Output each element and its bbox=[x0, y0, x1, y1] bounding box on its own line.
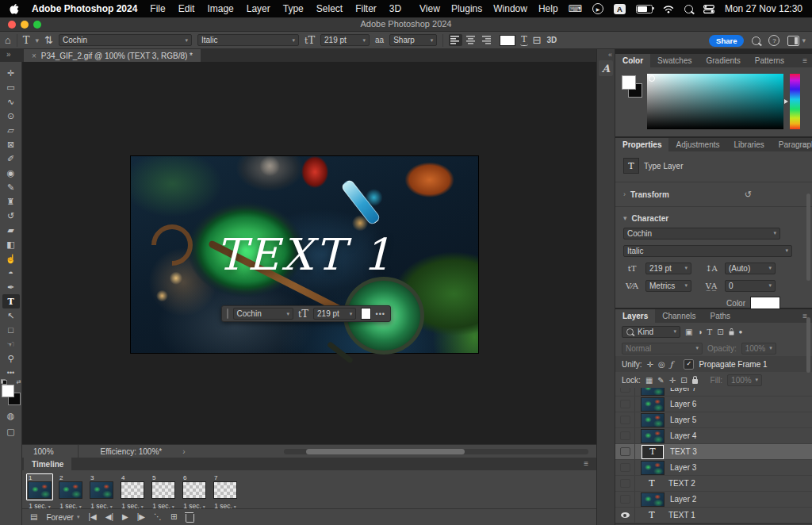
foreground-color-swatch[interactable] bbox=[2, 385, 14, 397]
timeline-tab[interactable]: Timeline bbox=[24, 458, 71, 470]
layer-row-layer-2[interactable]: Layer 2 bbox=[615, 492, 812, 508]
share-button[interactable]: Share bbox=[709, 35, 744, 47]
new-frame-button[interactable]: ⊞ bbox=[170, 513, 177, 521]
tool-crop[interactable]: ▱ bbox=[2, 123, 20, 137]
tool-clone-stamp[interactable]: ♜ bbox=[2, 194, 20, 209]
spotlight-icon[interactable] bbox=[684, 5, 693, 13]
menu-plugins[interactable]: Plugins bbox=[451, 3, 482, 14]
filter-toggle-icon[interactable]: ● bbox=[739, 328, 743, 335]
efficiency-indicator[interactable]: Efficiency: 100%* bbox=[101, 447, 163, 456]
eye-empty-box[interactable] bbox=[620, 400, 630, 408]
layers-tab-channels[interactable]: Channels bbox=[655, 309, 703, 323]
first-frame-button[interactable]: |◀ bbox=[88, 513, 96, 521]
filter-frame-icon[interactable]: ⊡ bbox=[717, 328, 723, 336]
battery-icon[interactable] bbox=[636, 5, 653, 13]
delete-frame-icon[interactable] bbox=[186, 514, 194, 523]
hue-slider-arrow[interactable] bbox=[784, 99, 788, 104]
context-font-family-select[interactable]: Cochin▾ bbox=[233, 308, 293, 320]
color-tab-patterns[interactable]: Patterns bbox=[748, 54, 791, 67]
type-tool-preset-icon[interactable]: T bbox=[23, 35, 30, 45]
char-font-family-select[interactable]: Cochin▾ bbox=[623, 228, 780, 240]
filter-adjustment-icon[interactable]: ◑ bbox=[697, 328, 702, 336]
visibility-cell[interactable] bbox=[615, 476, 635, 491]
properties-tab-adjustments[interactable]: Adjustments bbox=[668, 138, 726, 151]
visibility-cell[interactable] bbox=[615, 460, 635, 475]
eye-empty-box[interactable] bbox=[620, 463, 630, 472]
loop-select[interactable]: Forever▾ bbox=[46, 513, 79, 522]
leading-select[interactable]: (Auto)▾ bbox=[725, 262, 776, 274]
character-section[interactable]: ▾ Character bbox=[615, 212, 812, 224]
align-right-button[interactable] bbox=[481, 34, 494, 46]
panel-menu-icon[interactable]: ≡ bbox=[802, 56, 807, 65]
frame-2[interactable]: 21 sec.▾ bbox=[56, 473, 85, 507]
control-center-icon[interactable] bbox=[703, 5, 714, 13]
drag-handle[interactable] bbox=[227, 308, 228, 319]
canvas-area[interactable]: TEXT 1 Cochin▾ tT 219 pt▾ ••• bbox=[22, 62, 596, 444]
tool-path-selection[interactable]: ↖ bbox=[2, 308, 20, 323]
context-font-size-select[interactable]: 219 pt▾ bbox=[313, 308, 356, 320]
fill-select[interactable]: 100%▾ bbox=[727, 374, 762, 386]
layer-row-layer-5[interactable]: Layer 5 bbox=[615, 412, 812, 428]
lock-artboard-icon[interactable]: ⊡ bbox=[680, 376, 687, 385]
convert-to-video-timeline-icon[interactable]: ▤ bbox=[30, 513, 37, 521]
frame-thumbnail[interactable] bbox=[121, 481, 144, 499]
menu-help[interactable]: Help bbox=[538, 3, 558, 14]
opacity-select[interactable]: 100%▾ bbox=[741, 343, 776, 354]
properties-scrollbar[interactable] bbox=[806, 194, 810, 281]
scrollbar-thumb[interactable] bbox=[306, 449, 465, 454]
frame-thumbnail[interactable] bbox=[90, 481, 113, 499]
visibility-cell[interactable] bbox=[615, 388, 635, 396]
quick-mask-icon[interactable]: ◍ bbox=[7, 411, 15, 421]
panel-menu-icon[interactable]: ≡ bbox=[802, 140, 807, 149]
tool-move[interactable]: ✛ bbox=[2, 66, 20, 80]
menu-image[interactable]: Image bbox=[207, 3, 233, 14]
help-icon[interactable]: ? bbox=[768, 35, 779, 46]
3d-button[interactable]: 3D bbox=[546, 36, 557, 44]
menu-3d[interactable]: 3D bbox=[389, 3, 401, 14]
color-tab-swatches[interactable]: Swatches bbox=[650, 54, 699, 67]
frame-thumbnail[interactable] bbox=[213, 481, 237, 499]
tool-rectangular-marquee[interactable]: ▭ bbox=[2, 80, 20, 94]
document-image[interactable]: TEXT 1 Cochin▾ tT 219 pt▾ ••• bbox=[131, 156, 478, 353]
screen-mode-icon[interactable]: ▢ bbox=[6, 427, 14, 437]
tool-zoom[interactable]: ⚲ bbox=[2, 351, 20, 366]
lock-pixels-icon[interactable]: ✎ bbox=[657, 376, 664, 385]
menu-type[interactable]: Type bbox=[283, 3, 304, 14]
status-chevron-icon[interactable]: › bbox=[182, 447, 185, 456]
frame-thumbnail[interactable] bbox=[151, 481, 175, 499]
layer-row-text-2[interactable]: TTEXT 2 bbox=[615, 476, 812, 492]
layer-row-layer-4[interactable]: Layer 4 bbox=[615, 428, 812, 444]
tool-smudge[interactable]: ☝ bbox=[2, 251, 20, 266]
swap-colors-icon[interactable]: ⇄ bbox=[17, 379, 21, 385]
eye-empty-box[interactable] bbox=[620, 447, 630, 456]
play-button[interactable]: ▶ bbox=[122, 513, 128, 521]
filter-kind-select[interactable]: Kind▾ bbox=[622, 326, 680, 338]
text-layer-overlay[interactable]: TEXT 1 bbox=[131, 229, 478, 280]
type-color-swatch[interactable] bbox=[750, 297, 780, 309]
unify-visibility-icon[interactable]: ◎ bbox=[658, 360, 665, 369]
search-icon[interactable] bbox=[752, 36, 760, 45]
wifi-icon[interactable] bbox=[663, 5, 674, 13]
saturation-brightness-field[interactable] bbox=[647, 74, 783, 129]
frame-thumbnail[interactable] bbox=[59, 481, 82, 499]
eye-empty-box[interactable] bbox=[620, 416, 630, 424]
context-more-icon[interactable]: ••• bbox=[376, 310, 385, 318]
lock-transparency-icon[interactable]: ▦ bbox=[645, 376, 653, 385]
align-left-button[interactable] bbox=[449, 34, 462, 46]
tool-rectangle[interactable]: □ bbox=[2, 323, 20, 337]
warp-text-icon[interactable]: T bbox=[521, 34, 527, 46]
foreground-color-swatch[interactable] bbox=[622, 75, 636, 90]
frame-thumb-box[interactable]: 7 bbox=[212, 473, 239, 500]
unify-style-icon[interactable]: ƒ bbox=[670, 360, 673, 369]
tool-gradient[interactable]: ◧ bbox=[2, 237, 20, 251]
properties-tab-libraries[interactable]: Libraries bbox=[727, 138, 772, 151]
unify-position-icon[interactable]: ✛ bbox=[647, 360, 653, 369]
text-color-swatch[interactable] bbox=[500, 35, 515, 46]
lock-all-icon[interactable] bbox=[692, 379, 698, 384]
frame-thumb-box[interactable]: 5 bbox=[150, 473, 177, 500]
color-tab-gradients[interactable]: Gradients bbox=[699, 54, 747, 67]
screen-record-icon[interactable]: ▶ bbox=[592, 3, 603, 14]
chevron-down-icon[interactable]: ▾ bbox=[36, 36, 40, 44]
blend-mode-select[interactable]: Normal▾ bbox=[622, 343, 703, 354]
filter-type-icon[interactable]: T bbox=[707, 328, 713, 336]
